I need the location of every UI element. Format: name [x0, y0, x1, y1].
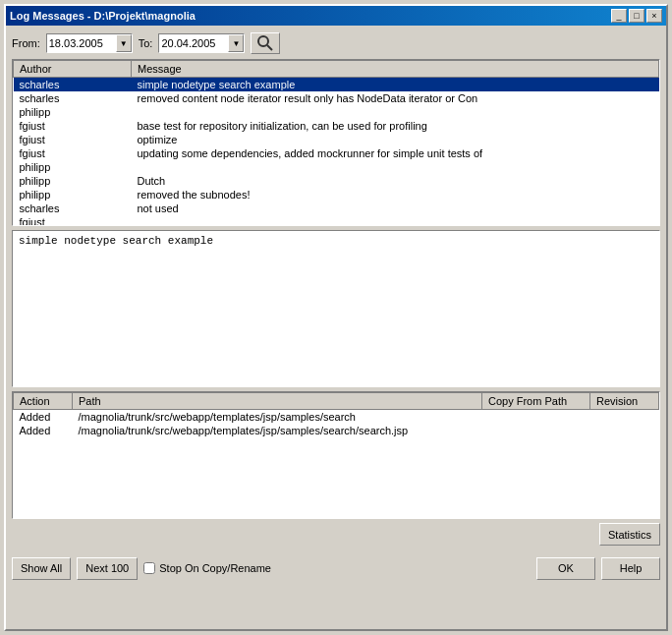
log-table-row[interactable]: fgiustoptimize [14, 133, 659, 146]
help-button[interactable]: Help [601, 557, 660, 580]
log-message-cell: simple nodetype search example [132, 78, 659, 92]
path-path-cell: /magnolia/trunk/src/webapp/templates/jsp… [73, 424, 482, 437]
stop-on-copy-text: Stop On Copy/Rename [159, 562, 271, 574]
to-date-combo[interactable]: ▼ [158, 33, 245, 53]
log-table-row[interactable]: scharlesremoved content node iterator re… [14, 91, 659, 105]
log-table-row[interactable]: philipp [14, 105, 659, 119]
from-date-input[interactable] [47, 37, 116, 49]
bottom-right-buttons: OK Help [536, 557, 660, 580]
log-message-cell: not used [132, 202, 659, 215]
log-table-scroll[interactable]: Author Message scharlessimple nodetype s… [13, 60, 659, 225]
statistics-row: Statistics [12, 523, 660, 548]
title-bar: Log Messages - D:\Projekt\magnolia _ □ × [6, 6, 666, 26]
log-table-row[interactable]: fgiust [14, 215, 659, 225]
log-message-cell: optimize [132, 133, 659, 146]
log-author-cell: fgiust [14, 215, 132, 225]
log-table: Author Message scharlessimple nodetype s… [13, 60, 659, 225]
log-message-cell: updating some dependencies, added mockru… [132, 146, 659, 160]
log-table-row[interactable]: scharlesnot used [14, 202, 659, 215]
bottom-row: Show All Next 100 Stop On Copy/Rename OK… [12, 553, 660, 583]
path-action-cell: Added [14, 410, 73, 425]
search-button[interactable] [251, 32, 280, 54]
path-revision-cell [590, 424, 659, 437]
log-table-row[interactable]: fgiustupdating some dependencies, added … [14, 146, 659, 160]
bottom-left-buttons: Show All Next 100 Stop On Copy/Rename [12, 557, 271, 580]
window-content: From: ▼ To: ▼ [6, 26, 666, 629]
message-column-header: Message [132, 61, 659, 78]
window-title: Log Messages - D:\Projekt\magnolia [10, 10, 196, 22]
log-author-cell: scharles [14, 78, 132, 92]
author-column-header: Author [14, 61, 132, 78]
path-path-cell: /magnolia/trunk/src/webapp/templates/jsp… [73, 410, 482, 425]
filter-row: From: ▼ To: ▼ [12, 31, 660, 55]
message-detail-text: simple nodetype search example [19, 235, 213, 247]
path-table-container: Action Path Copy From Path Revision Adde… [12, 391, 660, 519]
from-label: From: [12, 37, 40, 49]
log-message-cell [132, 160, 659, 174]
log-author-cell: fgiust [14, 119, 132, 133]
action-column-header: Action [14, 393, 73, 410]
log-author-cell: scharles [14, 91, 132, 105]
log-message-cell: base test for repository initialization,… [132, 119, 659, 133]
log-message-cell [132, 105, 659, 119]
minimize-button[interactable]: _ [611, 9, 627, 23]
copyfrom-column-header: Copy From Path [482, 393, 590, 410]
show-all-button[interactable]: Show All [12, 557, 71, 580]
search-icon [256, 34, 274, 52]
log-message-cell: removed the subnodes! [132, 188, 659, 202]
log-table-row[interactable]: fgiustbase test for repository initializ… [14, 119, 659, 133]
path-table: Action Path Copy From Path Revision Adde… [13, 392, 659, 437]
log-table-container: Author Message scharlessimple nodetype s… [12, 59, 660, 226]
path-table-row[interactable]: Added/magnolia/trunk/src/webapp/template… [14, 424, 659, 437]
main-window: Log Messages - D:\Projekt\magnolia _ □ ×… [4, 4, 668, 631]
path-column-header: Path [73, 393, 482, 410]
log-message-cell [132, 215, 659, 225]
path-copyfrom-cell [482, 410, 590, 425]
revision-column-header: Revision [590, 393, 659, 410]
svg-line-1 [267, 45, 272, 50]
log-author-cell: philipp [14, 174, 132, 188]
log-author-cell: fgiust [14, 146, 132, 160]
next-100-button[interactable]: Next 100 [77, 557, 138, 580]
log-message-cell: removed content node iterator result onl… [132, 91, 659, 105]
log-author-cell: philipp [14, 105, 132, 119]
log-table-row[interactable]: philippDutch [14, 174, 659, 188]
log-table-row[interactable]: scharlessimple nodetype search example [14, 78, 659, 92]
log-author-cell: philipp [14, 188, 132, 202]
log-message-cell: Dutch [132, 174, 659, 188]
path-table-scroll[interactable]: Action Path Copy From Path Revision Adde… [13, 392, 659, 518]
log-table-row[interactable]: philippremoved the subnodes! [14, 188, 659, 202]
close-button[interactable]: × [646, 9, 662, 23]
statistics-button[interactable]: Statistics [599, 523, 660, 546]
log-author-cell: philipp [14, 160, 132, 174]
from-date-arrow[interactable]: ▼ [116, 34, 132, 52]
path-table-row[interactable]: Added/magnolia/trunk/src/webapp/template… [14, 410, 659, 425]
to-date-input[interactable] [159, 37, 228, 49]
log-author-cell: fgiust [14, 133, 132, 146]
stop-on-copy-checkbox[interactable] [143, 562, 155, 574]
maximize-button[interactable]: □ [629, 9, 644, 23]
path-copyfrom-cell [482, 424, 590, 437]
message-detail: simple nodetype search example [12, 230, 660, 387]
log-table-row[interactable]: philipp [14, 160, 659, 174]
path-action-cell: Added [14, 424, 73, 437]
stop-on-copy-label: Stop On Copy/Rename [143, 562, 271, 574]
log-author-cell: scharles [14, 202, 132, 215]
from-date-combo[interactable]: ▼ [46, 33, 133, 53]
ok-button[interactable]: OK [536, 557, 595, 580]
path-revision-cell [590, 410, 659, 425]
title-bar-buttons: _ □ × [611, 9, 662, 23]
to-label: To: [139, 37, 153, 49]
svg-point-0 [258, 36, 268, 46]
to-date-arrow[interactable]: ▼ [228, 34, 244, 52]
